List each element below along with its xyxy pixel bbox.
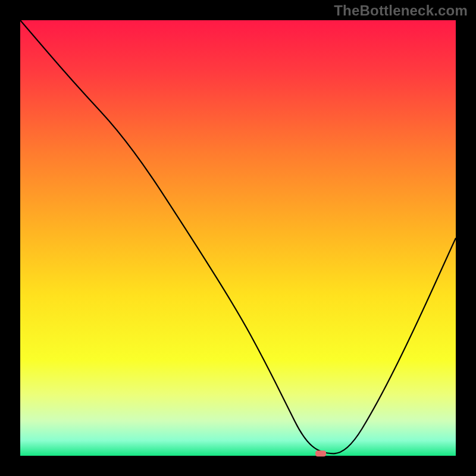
- plot-background: [20, 20, 456, 456]
- bottleneck-chart: [0, 0, 476, 476]
- chart-frame: TheBottleneck.com: [0, 0, 476, 476]
- optimal-marker: [315, 450, 326, 456]
